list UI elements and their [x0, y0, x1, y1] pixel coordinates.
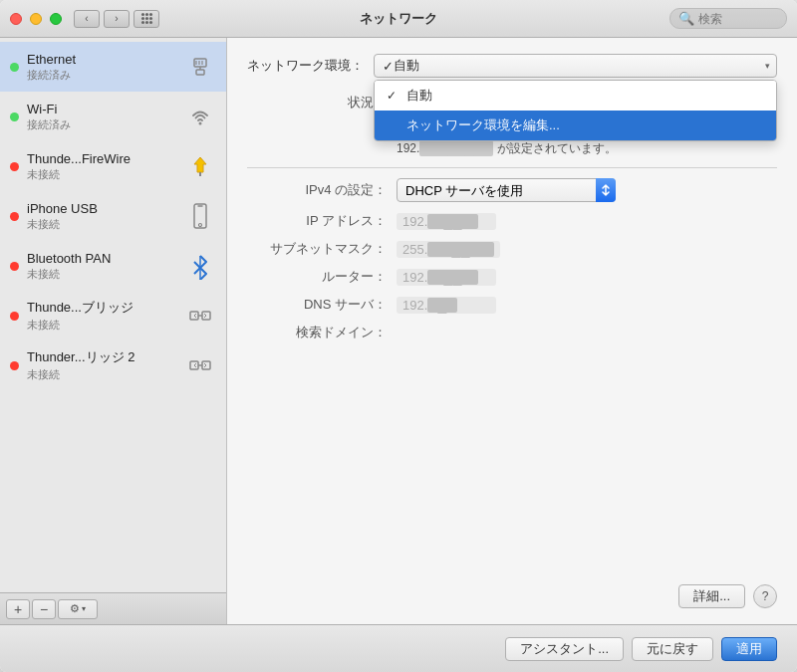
ipv4-select-wrapper: DHCP サーバを使用 — [397, 178, 616, 202]
env-dropdown-wrapper: ✓ 自動 ▾ ✓ 自動 ネットワーク環境を編集... — [374, 54, 777, 78]
sidebar-toolbar: + − ⚙ ▾ — [0, 592, 226, 624]
sidebar-item-status-thunderbolt-bridge2: 未接続 — [27, 367, 184, 382]
sidebar-item-status-wifi: 接続済み — [27, 117, 184, 132]
dns-value: 192.█ — [397, 297, 496, 314]
assistant-button[interactable]: アシスタント... — [505, 637, 624, 661]
sidebar-item-name-thunderbolt-bridge2: Thunder...リッジ 2 — [27, 348, 184, 366]
sidebar-item-info-thunderbolt-bridge2: Thunder...リッジ 2 未接続 — [27, 348, 184, 382]
sidebar-item-info-wifi: Wi-Fi 接続済み — [27, 102, 184, 132]
network-window: ‹ › ネットワーク 🔍 Ethernet — [0, 0, 797, 672]
dns-label: DNS サーバ： — [247, 296, 387, 314]
apply-button[interactable]: 適用 — [721, 637, 777, 661]
sidebar-item-status-iphone-usb: 未接続 — [27, 217, 184, 232]
status-dot-thunderbolt-bridge2 — [10, 361, 19, 370]
subnet-row: サブネットマスク： 255.██ — [247, 240, 777, 258]
firewire-icon — [184, 150, 216, 182]
env-auto-text: 自動 — [394, 57, 419, 75]
dns-row: DNS サーバ： 192.█ — [247, 296, 777, 314]
sidebar-item-info-ethernet: Ethernet 接続済み — [27, 52, 184, 83]
titlebar: ‹ › ネットワーク 🔍 — [0, 0, 797, 38]
status-label: 状況： — [247, 94, 387, 112]
wifi-icon — [184, 101, 216, 132]
svg-point-11 — [199, 224, 202, 227]
sidebar-item-status-ethernet: 接続済み — [27, 68, 184, 83]
env-dropdown-menu: ✓ 自動 ネットワーク環境を編集... — [374, 80, 777, 141]
router-label: ルーター： — [247, 268, 387, 286]
router-value: 192.██ — [397, 269, 496, 286]
ethernet-icon — [184, 51, 216, 83]
gear-icon: ⚙ — [70, 602, 80, 615]
ipv4-select[interactable]: DHCP サーバを使用 — [397, 178, 616, 202]
traffic-lights — [10, 13, 62, 25]
search-input[interactable] — [698, 12, 778, 26]
window-title: ネットワーク — [360, 10, 437, 28]
svg-line-23 — [194, 365, 196, 367]
sidebar-item-name-iphone-usb: iPhone USB — [27, 201, 184, 216]
iphone-icon — [184, 200, 216, 232]
status-dot-wifi — [10, 112, 19, 121]
gear-menu-button[interactable]: ⚙ ▾ — [58, 599, 98, 619]
subnet-value: 255.██ — [397, 241, 500, 258]
sidebar-item-thunderbolt-bridge2[interactable]: Thunder...リッジ 2 未接続 — [0, 340, 226, 390]
main-content: Ethernet 接続済み — [0, 38, 797, 624]
ip-value: 192.██ — [397, 213, 496, 230]
help-button[interactable]: ? — [753, 584, 777, 608]
minimize-button[interactable] — [30, 13, 42, 25]
remove-interface-button[interactable]: − — [32, 599, 56, 619]
dropdown-item-edit[interactable]: ネットワーク環境を編集... — [375, 111, 776, 140]
svg-line-25 — [204, 365, 206, 367]
chevron-down-icon: ▾ — [765, 61, 770, 71]
revert-button[interactable]: 元に戻す — [632, 637, 713, 661]
svg-line-18 — [204, 316, 206, 318]
sidebar-item-info-iphone-usb: iPhone USB 未接続 — [27, 201, 184, 232]
main-panel: ネットワーク環境： ✓ 自動 ▾ ✓ 自動 — [227, 38, 797, 624]
sidebar-list: Ethernet 接続済み — [0, 38, 226, 592]
sidebar-item-info-bluetooth-pan: Bluetooth PAN 未接続 — [27, 251, 184, 282]
check-icon: ✓ — [387, 89, 400, 103]
env-label: ネットワーク環境： — [247, 57, 364, 75]
sidebar-item-wifi[interactable]: Wi-Fi 接続済み — [0, 92, 226, 141]
sidebar-item-name-thunderbolt-bridge: Thunde...ブリッジ — [27, 299, 184, 317]
subnet-label: サブネットマスク： — [247, 240, 387, 258]
sidebar-item-ethernet[interactable]: Ethernet 接続済み — [0, 42, 226, 92]
forward-button[interactable]: › — [104, 10, 130, 28]
sidebar-item-iphone-usb[interactable]: iPhone USB 未接続 — [0, 191, 226, 241]
ipv4-label: IPv4 の設定： — [247, 181, 387, 199]
sidebar-item-bluetooth-pan[interactable]: Bluetooth PAN 未接続 — [0, 241, 226, 291]
nav-buttons: ‹ › — [74, 10, 130, 28]
svg-rect-9 — [194, 204, 206, 228]
status-dot-thunderbolt-bridge — [10, 312, 19, 321]
search-icon: 🔍 — [678, 11, 694, 26]
sidebar-item-thunderbolt-bridge[interactable]: Thunde...ブリッジ 未接続 — [0, 291, 226, 340]
sidebar-item-status-thunderbolt-bridge: 未接続 — [27, 318, 184, 333]
sidebar-item-status-thunderbolt-firewire: 未接続 — [27, 167, 184, 182]
status-dot-ethernet — [10, 63, 19, 72]
dropdown-item-auto[interactable]: ✓ 自動 — [375, 81, 776, 111]
search-box[interactable]: 🔍 — [669, 8, 787, 29]
maximize-button[interactable] — [50, 13, 62, 25]
main-toolbar: アシスタント... 元に戻す 適用 — [0, 624, 797, 672]
svg-point-6 — [199, 122, 202, 125]
status-dot-iphone-usb — [10, 212, 19, 221]
back-button[interactable]: ‹ — [74, 10, 100, 28]
env-dropdown[interactable]: ✓ 自動 ▾ — [374, 54, 777, 78]
status-dot-bluetooth-pan — [10, 262, 19, 271]
dropdown-item-auto-label: 自動 — [406, 87, 432, 105]
bottom-section: 詳細... ? — [247, 584, 777, 608]
add-interface-button[interactable]: + — [6, 599, 30, 619]
search-domain-row: 検索ドメイン： — [247, 324, 777, 341]
sidebar-item-name-bluetooth-pan: Bluetooth PAN — [27, 251, 184, 266]
svg-rect-19 — [190, 361, 198, 369]
bluetooth-icon — [184, 250, 216, 282]
grid-button[interactable] — [133, 10, 159, 28]
detail-button[interactable]: 詳細... — [678, 584, 745, 608]
sidebar-item-name-wifi: Wi-Fi — [27, 102, 184, 116]
svg-line-16 — [194, 316, 196, 318]
env-checkmark: ✓ — [383, 59, 394, 74]
search-domain-label: 検索ドメイン： — [247, 324, 387, 341]
close-button[interactable] — [10, 13, 22, 25]
ipv4-row: IPv4 の設定： DHCP サーバを使用 — [247, 178, 777, 202]
sidebar-item-thunderbolt-firewire[interactable]: Thunde...FireWire 未接続 — [0, 141, 226, 191]
divider — [247, 167, 777, 168]
status-dot-thunderbolt-firewire — [10, 162, 19, 171]
